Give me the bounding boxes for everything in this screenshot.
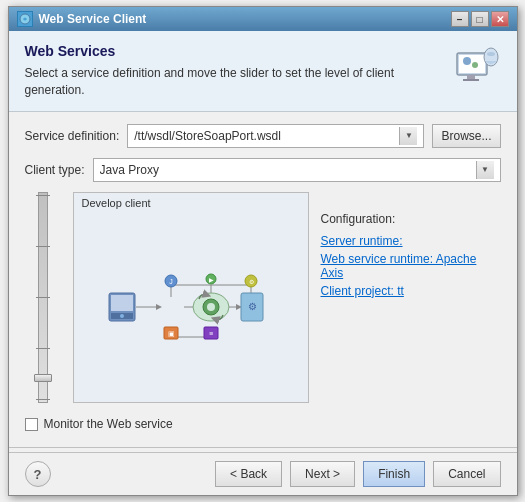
slider-tick <box>36 195 50 196</box>
slider-preview-area: Develop client <box>25 192 501 403</box>
next-button[interactable]: Next > <box>290 461 355 487</box>
browse-button[interactable]: Browse... <box>432 124 500 148</box>
header-text: Web Services Select a service definition… <box>25 43 439 99</box>
client-type-combo[interactable]: Java Proxy ▼ <box>93 158 501 182</box>
preview-label: Develop client <box>74 193 308 213</box>
svg-text:≡: ≡ <box>208 330 212 337</box>
svg-text:▣: ▣ <box>167 330 174 337</box>
minimize-button[interactable]: – <box>451 11 469 27</box>
header-description: Select a service definition and move the… <box>25 65 439 99</box>
client-project-link[interactable]: Client project: tt <box>321 284 501 298</box>
slider-track[interactable] <box>38 192 48 403</box>
monitor-checkbox[interactable] <box>25 418 38 431</box>
service-definition-row: Service definition: /tt/wsdl/StoreSoapPo… <box>25 124 501 148</box>
main-window: Web Service Client – □ ✕ Web Services Se… <box>8 6 518 496</box>
web-service-runtime-link[interactable]: Web service runtime: Apache Axis <box>321 252 501 280</box>
help-button[interactable]: ? <box>25 461 51 487</box>
server-runtime-link[interactable]: Server runtime: <box>321 234 501 248</box>
svg-rect-2 <box>459 55 485 73</box>
svg-text:⚙: ⚙ <box>248 279 253 285</box>
finish-button[interactable]: Finish <box>363 461 425 487</box>
svg-text:▶: ▶ <box>208 277 213 283</box>
main-section: Service definition: /tt/wsdl/StoreSoapPo… <box>9 112 517 443</box>
header-section: Web Services Select a service definition… <box>9 31 517 112</box>
slider-container <box>25 192 61 403</box>
slider-tick <box>36 399 50 400</box>
header-title: Web Services <box>25 43 439 59</box>
web-services-icon <box>453 45 499 91</box>
maximize-button[interactable]: □ <box>471 11 489 27</box>
footer-separator <box>9 447 517 448</box>
configuration-label: Configuration: <box>321 212 501 226</box>
svg-point-22 <box>120 314 124 318</box>
slider-tick <box>36 246 50 247</box>
monitor-checkbox-row: Monitor the Web service <box>25 417 501 431</box>
window-controls: – □ ✕ <box>451 11 509 27</box>
svg-rect-5 <box>467 75 475 79</box>
config-panel: Configuration: Server runtime: Web servi… <box>321 192 501 403</box>
svg-text:⚙: ⚙ <box>247 301 256 312</box>
window-icon <box>17 11 33 27</box>
footer: ? < Back Next > Finish Cancel <box>9 452 517 495</box>
preview-graphic: J ▶ ⚙ ▣ ≡ ⚙ <box>74 213 308 402</box>
preview-box: Develop client <box>73 192 309 403</box>
svg-text:J: J <box>169 278 173 285</box>
slider-thumb[interactable] <box>34 374 52 382</box>
dialog-content: Web Services Select a service definition… <box>9 31 517 495</box>
service-definition-value: /tt/wsdl/StoreSoapPort.wsdl <box>134 129 399 143</box>
svg-point-25 <box>207 303 215 311</box>
client-type-label: Client type: <box>25 163 85 177</box>
svg-rect-6 <box>463 79 479 81</box>
title-bar: Web Service Client – □ ✕ <box>9 7 517 31</box>
service-definition-dropdown-arrow[interactable]: ▼ <box>399 127 417 145</box>
service-definition-combo[interactable]: /tt/wsdl/StoreSoapPort.wsdl ▼ <box>127 124 424 148</box>
svg-point-4 <box>472 62 478 68</box>
cancel-button[interactable]: Cancel <box>433 461 500 487</box>
client-type-row: Client type: Java Proxy ▼ <box>25 158 501 182</box>
slider-tick <box>36 297 50 298</box>
monitor-label-text: Monitor the Web service <box>44 417 173 431</box>
close-button[interactable]: ✕ <box>491 11 509 27</box>
client-type-value: Java Proxy <box>100 163 476 177</box>
svg-point-3 <box>463 57 471 65</box>
back-button[interactable]: < Back <box>215 461 282 487</box>
service-definition-label: Service definition: <box>25 129 120 143</box>
header-icon <box>451 43 501 93</box>
workflow-diagram: J ▶ ⚙ ▣ ≡ ⚙ <box>91 265 291 350</box>
window-title: Web Service Client <box>39 12 147 26</box>
svg-point-8 <box>487 52 495 56</box>
client-type-dropdown-arrow[interactable]: ▼ <box>476 161 494 179</box>
monitor-label: Monitor the Web service <box>44 417 173 431</box>
slider-tick <box>36 348 50 349</box>
svg-rect-20 <box>111 295 133 311</box>
